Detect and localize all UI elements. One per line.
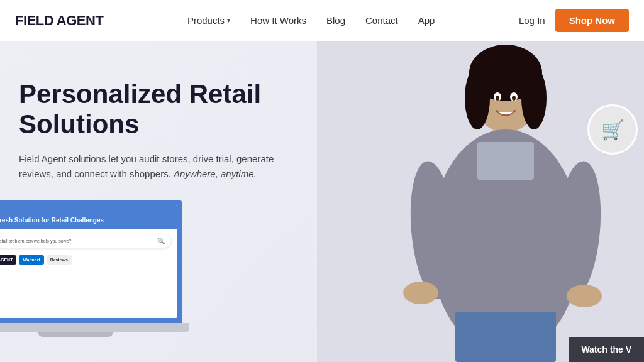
nav-item-blog[interactable]: Blog [326,15,345,26]
hero-section: Personalized Retail Solutions Field Agen… [0,41,644,362]
laptop-stand [38,332,113,337]
logo[interactable]: FiELD AGENT [15,13,103,29]
laptop-logos-row: FiELD AGENT Walmart Reviews [0,253,177,267]
laptop-screen-header: plum Your Fresh Solution for Retail Chal… [0,205,177,229]
svg-point-3 [465,67,490,129]
laptop-search-bar: What retail problem can we help you solv… [0,234,171,248]
header: FiELD AGENT Products ▾ How It Works Blog… [0,0,644,41]
svg-point-4 [521,67,547,129]
svg-point-15 [567,285,602,307]
header-actions: Log In Shop Now [519,9,629,32]
nav-item-how-it-works[interactable]: How It Works [250,15,306,26]
laptop-logo-reviews: Reviews [47,255,72,265]
search-icon: 🔍 [157,238,165,244]
nav-item-products[interactable]: Products ▾ [187,15,230,26]
svg-rect-16 [455,312,556,362]
main-nav: Products ▾ How It Works Blog Contact App [187,15,435,26]
chevron-down-icon: ▾ [227,17,230,24]
watch-video-banner[interactable]: Watch the V [569,337,644,362]
svg-point-9 [496,96,499,101]
laptop-screen: plum Your Fresh Solution for Retail Chal… [0,200,182,323]
login-button[interactable]: Log In [519,15,545,26]
svg-rect-11 [477,142,534,180]
hero-description: Field Agent solutions let you audit stor… [19,151,308,182]
laptop-search-text: What retail problem can we help you solv… [0,239,71,243]
nav-item-app[interactable]: App [418,15,435,26]
laptop-logo-fieldagent: FiELD AGENT [0,255,16,265]
laptop-logo-walmart: Walmart [19,255,43,265]
laptop-base [0,323,189,332]
laptop-tagline: Your Fresh Solution for Retail Challenge… [0,217,171,224]
laptop-brand: plum [0,210,171,216]
hero-image [317,41,644,362]
svg-point-14 [403,282,438,304]
hero-title: Personalized Retail Solutions [19,79,308,140]
right-decorative-bubble: 🛒 [587,104,638,155]
shop-now-button[interactable]: Shop Now [555,9,629,32]
nav-item-contact[interactable]: Contact [365,15,398,26]
svg-point-10 [512,96,516,101]
